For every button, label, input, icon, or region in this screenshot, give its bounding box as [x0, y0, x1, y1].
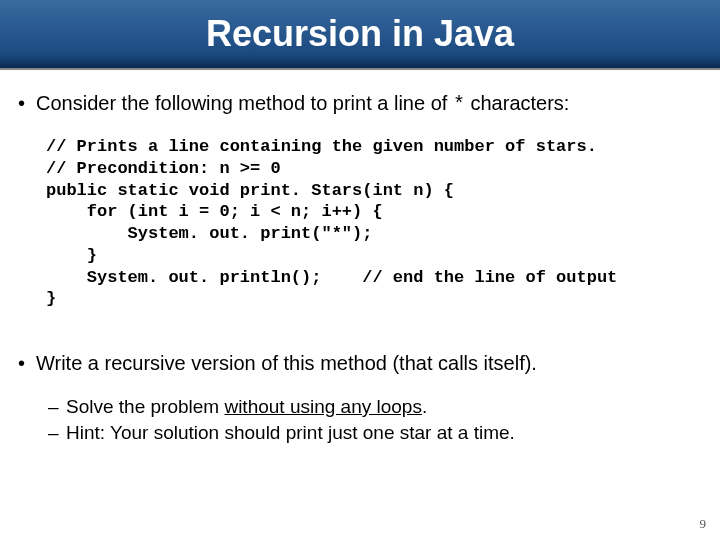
bullet2-text: Write a recursive version of this method…: [36, 352, 537, 374]
bullet-dot-icon: •: [18, 90, 36, 116]
sub1-underline: without using any loops: [224, 396, 422, 417]
dash-icon: –: [48, 420, 66, 446]
dash-icon: –: [48, 394, 66, 420]
sub1-suffix: .: [422, 396, 427, 417]
page-number: 9: [700, 516, 707, 532]
slide-content: •Consider the following method to print …: [0, 70, 720, 445]
bullet1-mono: *: [453, 93, 465, 116]
sub-bullet-hint: –Hint: Your solution should print just o…: [48, 420, 702, 446]
slide-title: Recursion in Java: [206, 13, 514, 55]
bullet1-text-prefix: Consider the following method to print a…: [36, 92, 453, 114]
bullet-write: •Write a recursive version of this metho…: [18, 350, 702, 376]
sub2-text: Hint: Your solution should print just on…: [66, 422, 515, 443]
sub1-prefix: Solve the problem: [66, 396, 224, 417]
bullet-consider: •Consider the following method to print …: [18, 90, 702, 118]
code-block: // Prints a line containing the given nu…: [46, 136, 702, 310]
bullet-dot-icon: •: [18, 350, 36, 376]
sub-bullet-solve: –Solve the problem without using any loo…: [48, 394, 702, 420]
title-bar: Recursion in Java: [0, 0, 720, 70]
bullet1-text-suffix: characters:: [465, 92, 569, 114]
